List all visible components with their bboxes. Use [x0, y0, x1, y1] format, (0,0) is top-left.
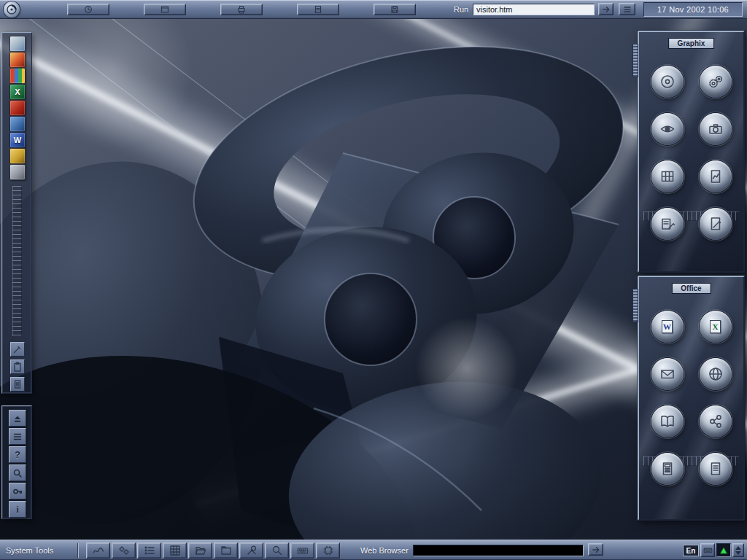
settings-button[interactable] [700, 66, 732, 98]
keyboard-layout-button[interactable] [700, 543, 715, 557]
gears-icon [708, 74, 724, 90]
key-button[interactable] [9, 483, 26, 499]
dock-shortcut-9[interactable] [9, 164, 26, 180]
toolbar-divider [77, 543, 79, 558]
share-button[interactable] [700, 405, 732, 438]
system-tools-label: System Tools [6, 540, 53, 560]
menu-button[interactable] [9, 428, 26, 445]
grid-icon [659, 168, 676, 184]
film-button[interactable] [651, 160, 684, 192]
search-tool-button[interactable] [265, 542, 289, 559]
draw-doc-button[interactable] [700, 208, 732, 240]
dock-shortcut-excel[interactable]: X [9, 84, 26, 100]
swirl-logo-icon [6, 4, 18, 15]
info-icon: i [16, 504, 19, 516]
eject-icon [12, 413, 23, 424]
run-menu-button[interactable] [619, 3, 635, 15]
clipboard-tool-button[interactable] [10, 359, 25, 374]
notepad-button[interactable] [700, 453, 732, 485]
dock-shortcut-1[interactable] [9, 36, 26, 52]
search-button[interactable] [9, 464, 26, 481]
printer-icon [237, 5, 246, 14]
tags-tool-button[interactable] [112, 542, 136, 559]
run-input[interactable] [473, 4, 595, 15]
mail-button[interactable] [651, 358, 684, 390]
dock-shortcut-8[interactable] [9, 148, 26, 164]
grid-icon [169, 545, 181, 556]
excel-button[interactable]: X [700, 311, 732, 343]
shortcut-glyph: W [14, 136, 21, 144]
internet-button[interactable] [700, 358, 732, 390]
tools-button[interactable] [239, 542, 263, 559]
utility-panel: ? i [1, 405, 32, 519]
camera-icon [708, 121, 724, 137]
launcher-button[interactable] [4, 1, 20, 18]
keyboard-icon [703, 545, 713, 555]
dock-shortcut-3[interactable] [9, 68, 26, 84]
notes-tool-button[interactable] [10, 377, 25, 392]
chart-doc-button[interactable] [700, 160, 732, 192]
left-dock: X W [1, 32, 32, 394]
folder-open-icon [195, 545, 206, 556]
grid-tool-button[interactable] [163, 542, 187, 559]
disk-button[interactable] [374, 4, 416, 15]
printer-button[interactable] [220, 4, 263, 15]
chart-tool-button[interactable] [86, 542, 110, 559]
tray-expand-button[interactable] [732, 543, 744, 557]
disc-button[interactable] [651, 66, 684, 98]
tray-green-indicator[interactable] [716, 543, 731, 557]
excel-icon: X [710, 320, 721, 333]
office-grid: W X [639, 311, 743, 485]
wallpaper [0, 0, 747, 560]
office-panel-title: Office [671, 283, 711, 294]
book-button[interactable] [651, 405, 684, 438]
menu-lines-icon [12, 432, 23, 442]
list-icon [144, 545, 155, 556]
document-button[interactable] [297, 4, 339, 15]
dock-shortcut-2[interactable] [9, 52, 26, 68]
graphix-grid [639, 66, 743, 240]
dock-shortcut-5[interactable] [9, 100, 26, 116]
word-button[interactable]: W [651, 311, 684, 343]
eject-button[interactable] [9, 410, 26, 427]
desktop: Run 17 Nov 2002 10:06 X W [0, 0, 747, 560]
viewer-button[interactable] [651, 113, 684, 145]
chip-tool-button[interactable] [316, 542, 340, 559]
camera-button[interactable] [700, 113, 732, 145]
browser-go-button[interactable] [588, 543, 603, 556]
language-indicator[interactable]: En [683, 545, 699, 556]
help-button[interactable]: ? [9, 446, 26, 463]
office-panel-grip[interactable] [632, 289, 638, 322]
dock-ruler [12, 186, 22, 336]
menu-lines-icon [623, 5, 632, 14]
top-toolbar: Run 17 Nov 2002 10:06 [0, 0, 747, 19]
dock-shortcut-word[interactable]: W [9, 132, 26, 148]
folder-open-button[interactable] [188, 542, 212, 559]
info-button[interactable]: i [9, 501, 26, 518]
arrow-right-icon [592, 545, 600, 554]
disk-icon [390, 5, 399, 14]
pen-document-icon [708, 216, 724, 232]
eye-icon [659, 121, 676, 137]
dock-shortcut-6[interactable] [9, 116, 26, 132]
picker-tool-button[interactable] [10, 342, 25, 357]
shortcut-glyph: X [15, 88, 20, 96]
web-browser-input[interactable] [413, 545, 584, 556]
keyboard-tool-button[interactable] [290, 542, 314, 559]
graphix-panel-title: Graphix [668, 38, 715, 49]
list-tool-button[interactable] [137, 542, 161, 559]
arrow-right-icon [602, 5, 611, 14]
page-icon [12, 379, 23, 389]
notes-button[interactable] [651, 208, 684, 240]
window-button[interactable] [144, 4, 186, 15]
folder-button[interactable] [214, 542, 238, 559]
wrench-icon [246, 545, 258, 556]
calculator-button[interactable] [651, 453, 684, 485]
document-icon [314, 5, 322, 14]
run-go-button[interactable] [598, 3, 614, 15]
window-icon [160, 5, 169, 14]
web-browser-label: Web Browser [360, 540, 409, 560]
graphix-panel-grip[interactable] [632, 44, 638, 77]
clock-button[interactable] [67, 4, 109, 15]
office-panel: Office W X [638, 276, 745, 521]
